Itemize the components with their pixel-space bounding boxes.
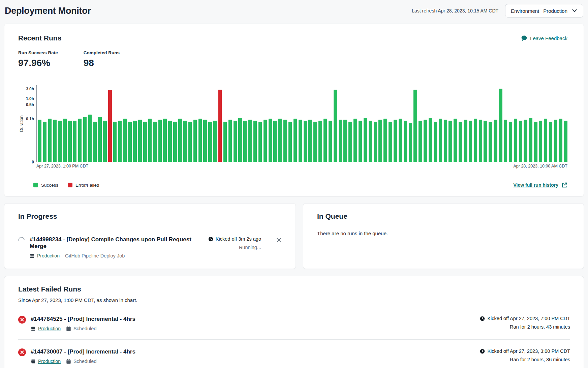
- chart-bar-success: [524, 120, 527, 162]
- metric-value: 98: [84, 58, 120, 68]
- chart-bar-success: [243, 121, 247, 162]
- kicked-off-text: Kicked off 3m 2s ago: [216, 236, 261, 242]
- chart-bar-success: [424, 120, 427, 162]
- latest-failed-runs-card: Latest Failed Runs Since Apr 27, 2023, 1…: [4, 276, 584, 368]
- recent-runs-title: Recent Runs: [18, 34, 61, 42]
- metric-run-success-rate: Run Success Rate 97.96%: [18, 50, 58, 68]
- chart-bar-success: [103, 121, 106, 162]
- stack-icon: [31, 326, 36, 331]
- environment-production-link[interactable]: Production: [38, 326, 61, 331]
- metric-value: 97.96%: [18, 58, 58, 68]
- chart-bar-success: [394, 120, 397, 162]
- chart-bar-success: [73, 121, 76, 162]
- chart-bar-success: [514, 119, 517, 162]
- chart-bar-success: [133, 121, 136, 162]
- chart-bar-failed: [108, 90, 112, 162]
- failed-run-row: #144784525 - [Prod] Incremental - 4hrs P…: [18, 307, 570, 339]
- chart-bar-success: [178, 119, 182, 162]
- legend-item: Success: [33, 183, 58, 188]
- chart-bar-success: [434, 122, 437, 162]
- chart-bar-success: [409, 123, 412, 162]
- ran-for-text: Ran for 2 hours, 36 minutes: [480, 357, 570, 362]
- error-icon: [18, 316, 26, 324]
- chart-bar-success: [404, 121, 407, 162]
- chart-bar-success: [534, 122, 537, 162]
- chart-bar-success: [554, 120, 557, 162]
- chart-bar-success: [183, 121, 187, 162]
- environment-production-link[interactable]: Production: [37, 253, 60, 258]
- x-axis-end-label: Apr 28, 2023, 10:00 AM CDT: [513, 164, 567, 168]
- chart-bar-success: [378, 120, 382, 162]
- queue-empty-message: There are no runs in the queue.: [317, 231, 570, 236]
- run-duration-chart: Duration 3.0h1.0h0.5h0.1h0 Apr 27, 2023,…: [18, 85, 567, 168]
- chart-bar-success: [469, 121, 472, 162]
- run-title: #144730007 - [Prod] Incremental - 4hrs: [31, 348, 475, 355]
- chart-bar-success: [529, 118, 532, 162]
- chart-bar-success: [273, 121, 277, 162]
- chart-bar-success: [348, 122, 352, 162]
- view-full-run-history-link[interactable]: View full run history: [513, 182, 567, 188]
- chart-bar-success: [223, 122, 227, 162]
- chart-bar-success: [389, 122, 392, 162]
- legend-swatch: [68, 183, 72, 187]
- legend-label: Error/Failed: [75, 183, 99, 188]
- environment-dropdown-value: Production: [543, 8, 567, 14]
- y-axis-tick-label: 3.0h: [26, 87, 34, 91]
- chart-bar-success: [399, 119, 402, 162]
- environment-production-link[interactable]: Production: [38, 359, 61, 364]
- calendar-icon: [66, 326, 71, 331]
- chart-bar-success: [193, 120, 197, 162]
- chart-bar-success: [78, 119, 82, 162]
- chart-bar-success: [464, 120, 467, 162]
- ran-for-text: Ran for 2 hours, 43 minutes: [480, 324, 570, 330]
- chart-bar-success: [53, 120, 57, 162]
- environment-dropdown-label: Environment: [511, 8, 539, 14]
- chart-bar-success: [519, 121, 522, 162]
- chart-bar-success: [203, 120, 207, 162]
- chart-bar-success: [68, 121, 71, 162]
- chart-bar-success: [334, 90, 337, 162]
- clock-icon: [208, 237, 213, 242]
- leave-feedback-link[interactable]: Leave Feedback: [521, 35, 567, 41]
- in-queue-title: In Queue: [317, 212, 570, 220]
- chart-bar-success: [293, 119, 297, 162]
- chart-bar-success: [444, 120, 447, 162]
- chart-plot-area: [36, 85, 567, 162]
- run-title: #144998234 - [Deploy] Compile Changes up…: [30, 236, 203, 250]
- chart-bar-success: [339, 120, 342, 162]
- metric-label: Run Success Rate: [18, 50, 58, 55]
- y-axis-tick-label: 0.1h: [26, 117, 34, 121]
- environment-dropdown[interactable]: Environment Production: [505, 4, 583, 18]
- chart-bar-success: [353, 119, 357, 162]
- y-axis-tick-label: 0.5h: [26, 102, 34, 107]
- chart-bar-success: [48, 119, 52, 162]
- legend-item: Error/Failed: [68, 183, 99, 188]
- chart-bar-success: [499, 89, 502, 162]
- legend-swatch: [33, 183, 38, 187]
- y-axis-tick-label: 1.0h: [26, 96, 34, 101]
- y-axis-title: Duration: [18, 85, 24, 162]
- chart-bar-success: [509, 122, 512, 162]
- chart-bar-success: [299, 120, 302, 162]
- page-title: Deployment Monitor: [5, 6, 91, 16]
- chart-bar-success: [88, 115, 92, 162]
- chart-bar-success: [484, 121, 487, 162]
- kicked-off-text: Kicked off Apr 27, 2023, 3:00 PM CDT: [487, 348, 570, 354]
- cancel-run-icon[interactable]: [276, 237, 282, 243]
- chart-bar-success: [253, 121, 257, 162]
- metrics-row: Run Success Rate 97.96% Completed Runs 9…: [18, 50, 567, 68]
- chart-bar-success: [439, 119, 442, 162]
- chart-bar-success: [374, 122, 377, 162]
- chart-bar-success: [118, 121, 122, 162]
- chart-bar-success: [138, 120, 142, 162]
- chart-bar-success: [454, 119, 457, 162]
- chart-bar-success: [113, 122, 117, 162]
- speech-bubble-icon: [521, 35, 527, 41]
- job-name: GitHub Pipeline Deploy Job: [65, 253, 125, 258]
- chart-bar-success: [474, 119, 477, 162]
- chevron-down-icon: [571, 8, 578, 14]
- chart-bar-success: [479, 120, 482, 162]
- chart-bar-success: [128, 122, 131, 162]
- chart-bar-success: [539, 121, 542, 162]
- chart-bar-success: [288, 122, 292, 162]
